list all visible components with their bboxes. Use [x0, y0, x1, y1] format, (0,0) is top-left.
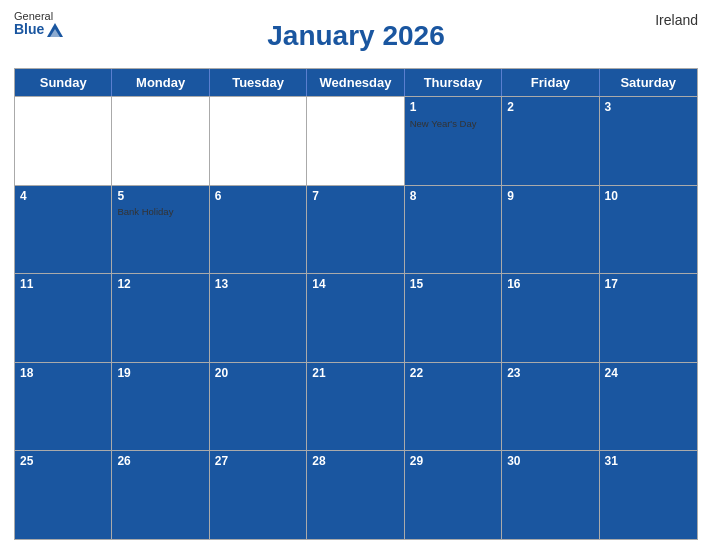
day-number: 12: [117, 277, 203, 293]
day-number: 17: [605, 277, 692, 293]
cal-cell-4-0: 25: [15, 451, 112, 539]
cal-cell-1-3: 7: [307, 186, 404, 274]
logo: General Blue: [14, 10, 64, 38]
day-number: 7: [312, 189, 398, 205]
day-number: 15: [410, 277, 496, 293]
cal-cell-0-5: 2: [502, 97, 599, 185]
cal-cell-3-1: 19: [112, 363, 209, 451]
day-number: 22: [410, 366, 496, 382]
holiday-label: New Year's Day: [410, 118, 496, 129]
cal-cell-4-2: 27: [210, 451, 307, 539]
day-number: 3: [605, 100, 692, 116]
cal-cell-2-6: 17: [600, 274, 697, 362]
day-number: 9: [507, 189, 593, 205]
day-number: 23: [507, 366, 593, 382]
calendar-title: January 2026: [267, 21, 444, 52]
day-number: 30: [507, 454, 593, 470]
cal-cell-0-0: [15, 97, 112, 185]
week-row-2: 11121314151617: [15, 273, 697, 362]
cal-cell-2-1: 12: [112, 274, 209, 362]
logo-blue-text: Blue: [14, 22, 44, 37]
day-number: 10: [605, 189, 692, 205]
day-number: 5: [117, 189, 203, 205]
weekday-header-row: Sunday Monday Tuesday Wednesday Thursday…: [15, 69, 697, 96]
cal-cell-2-3: 14: [307, 274, 404, 362]
header-monday: Monday: [112, 69, 209, 96]
calendar-body: 1New Year's Day2345Bank Holiday678910111…: [15, 96, 697, 539]
cal-cell-0-6: 3: [600, 97, 697, 185]
cal-cell-1-2: 6: [210, 186, 307, 274]
day-number: 20: [215, 366, 301, 382]
week-row-1: 45Bank Holiday678910: [15, 185, 697, 274]
week-row-0: 1New Year's Day23: [15, 96, 697, 185]
header-sunday: Sunday: [15, 69, 112, 96]
cal-cell-3-5: 23: [502, 363, 599, 451]
day-number: 6: [215, 189, 301, 205]
calendar-header: General Blue January 2026 Ireland: [14, 10, 698, 62]
day-number: 21: [312, 366, 398, 382]
day-number: 28: [312, 454, 398, 470]
cal-cell-3-3: 21: [307, 363, 404, 451]
calendar-grid: Sunday Monday Tuesday Wednesday Thursday…: [14, 68, 698, 540]
country-label: Ireland: [655, 12, 698, 28]
cal-cell-4-6: 31: [600, 451, 697, 539]
cal-cell-4-3: 28: [307, 451, 404, 539]
day-number: 16: [507, 277, 593, 293]
day-number: 24: [605, 366, 692, 382]
cal-cell-3-0: 18: [15, 363, 112, 451]
header-wednesday: Wednesday: [307, 69, 404, 96]
cal-cell-0-4: 1New Year's Day: [405, 97, 502, 185]
cal-cell-2-2: 13: [210, 274, 307, 362]
day-number: 1: [410, 100, 496, 116]
day-number: 2: [507, 100, 593, 116]
cal-cell-2-4: 15: [405, 274, 502, 362]
cal-cell-2-0: 11: [15, 274, 112, 362]
header-saturday: Saturday: [600, 69, 697, 96]
cal-cell-0-3: [307, 97, 404, 185]
cal-cell-4-4: 29: [405, 451, 502, 539]
day-number: 11: [20, 277, 106, 293]
cal-cell-4-5: 30: [502, 451, 599, 539]
cal-cell-4-1: 26: [112, 451, 209, 539]
week-row-3: 18192021222324: [15, 362, 697, 451]
cal-cell-1-0: 4: [15, 186, 112, 274]
day-number: 31: [605, 454, 692, 470]
header-tuesday: Tuesday: [210, 69, 307, 96]
holiday-label: Bank Holiday: [117, 206, 203, 217]
week-row-4: 25262728293031: [15, 450, 697, 539]
cal-cell-1-6: 10: [600, 186, 697, 274]
day-number: 29: [410, 454, 496, 470]
cal-cell-0-1: [112, 97, 209, 185]
day-number: 14: [312, 277, 398, 293]
cal-cell-3-6: 24: [600, 363, 697, 451]
logo-general-text: General: [14, 10, 53, 22]
day-number: 26: [117, 454, 203, 470]
logo-mountain-icon: [46, 22, 64, 38]
cal-cell-1-4: 8: [405, 186, 502, 274]
day-number: 8: [410, 189, 496, 205]
header-friday: Friday: [502, 69, 599, 96]
day-number: 13: [215, 277, 301, 293]
cal-cell-3-2: 20: [210, 363, 307, 451]
header-thursday: Thursday: [405, 69, 502, 96]
page: General Blue January 2026 Ireland Sunday…: [0, 0, 712, 550]
day-number: 25: [20, 454, 106, 470]
day-number: 19: [117, 366, 203, 382]
cal-cell-1-1: 5Bank Holiday: [112, 186, 209, 274]
cal-cell-3-4: 22: [405, 363, 502, 451]
month-year-title: January 2026: [267, 21, 444, 52]
day-number: 27: [215, 454, 301, 470]
day-number: 4: [20, 189, 106, 205]
cal-cell-2-5: 16: [502, 274, 599, 362]
day-number: 18: [20, 366, 106, 382]
cal-cell-1-5: 9: [502, 186, 599, 274]
cal-cell-0-2: [210, 97, 307, 185]
